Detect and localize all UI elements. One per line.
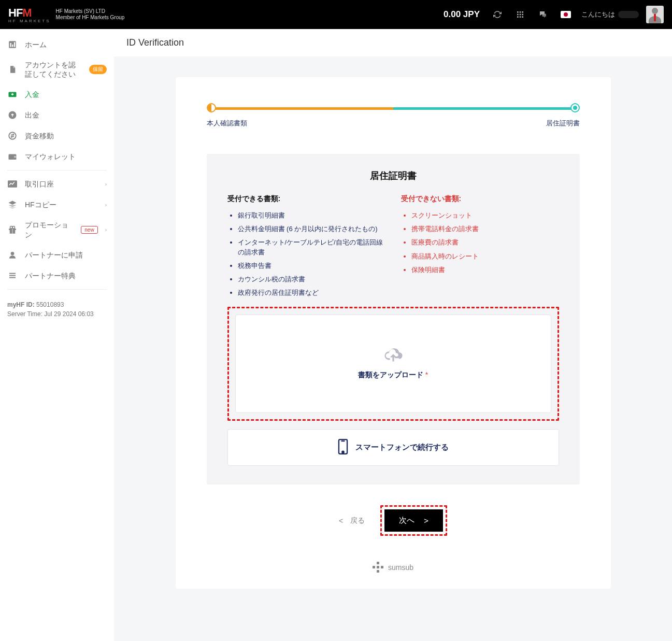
navigation-row: < 戻る 次へ > [207,505,580,536]
home-icon [7,39,18,50]
svg-rect-27 [9,277,16,278]
sidebar-item-label: 取引口座 [25,179,98,189]
sidebar-item-label: パートナー特典 [25,271,107,280]
chat-icon[interactable] [535,6,551,23]
svg-rect-6 [517,16,519,18]
company-name: HF Markets (SV) LTD Member of HF Markets… [56,8,125,21]
accepted-list: 銀行取引明細書 公共料金明細書 (6 か月以内に発行されたもの) インターネット… [227,211,385,297]
logo-text: HFM [8,6,51,20]
svg-point-24 [11,252,15,255]
sidebar-item-home[interactable]: ホーム [0,34,114,55]
apps-icon[interactable] [512,6,528,23]
sumsub-branding: sumsub [207,562,580,573]
svg-rect-10 [10,43,11,47]
withdraw-icon [7,110,18,120]
deposit-icon [7,89,18,99]
transfer-icon [7,131,18,141]
accepted-documents: 受付できる書類: 銀行取引明細書 公共料金明細書 (6 か月以内に発行されたもの… [227,194,385,302]
step-residence: 居住証明書 [546,103,580,128]
sidebar-item-partner-apply[interactable]: パートナーに申請 [0,245,114,265]
list-item: カウンシル税の請求書 [238,275,385,284]
sidebar-item-label: アカウントを認証してください [25,60,82,79]
back-button[interactable]: < 戻る [339,516,365,525]
sidebar-item-withdraw[interactable]: 出金 [0,105,114,125]
cloud-upload-icon [383,348,404,366]
list-item: スクリーンショット [411,211,559,220]
svg-rect-21 [12,229,13,234]
logo-area[interactable]: HFM HF MARKETS HF Markets (SV) LTD Membe… [8,6,124,23]
sidebar-item-verify[interactable]: アカウントを認証してください 保留 [0,55,114,84]
required-star: * [425,371,428,379]
chevron-right-icon: › [105,202,107,208]
greeting-text: こんにちは [581,10,615,19]
chevron-right-icon: > [424,516,428,525]
sidebar-item-label: プロモーション [25,220,74,239]
sidebar-item-label: ホーム [25,40,107,49]
gift-icon [7,225,18,235]
sidebar-item-accounts[interactable]: 取引口座 › [0,174,114,194]
list-item: 保険明細書 [411,265,559,275]
rejected-documents: 受付できない書類: スクリーンショット 携帯電話料金の請求書 医療費の請求書 商… [401,194,559,302]
flag-jp-icon[interactable] [557,6,574,23]
sidebar-item-hfcopy[interactable]: HFコピー › [0,194,114,215]
page-title: ID Verification [114,29,672,56]
list-item: 税務申告書 [238,261,385,270]
main-content: ID Verification 本人確認書類 居住証明書 居住証明書 [114,29,672,641]
avatar[interactable] [646,6,664,23]
wallet-icon [7,151,18,162]
svg-rect-26 [9,275,16,276]
sidebar-item-partner-benefits[interactable]: パートナー特典 [0,265,114,286]
refresh-icon[interactable] [489,6,506,23]
continue-on-phone-button[interactable]: スマートフォンで続行する [227,429,559,466]
sidebar-item-label: HFコピー [25,200,98,209]
sidebar-item-label: 出金 [25,110,107,120]
rejected-title: 受付できない書類: [401,194,559,204]
svg-rect-17 [14,156,17,158]
svg-point-29 [342,451,344,453]
pending-badge: 保留 [89,65,107,74]
svg-rect-5 [522,14,523,16]
svg-rect-7 [520,16,521,18]
step-dot-half-icon [207,103,216,112]
accepted-title: 受付できる書類: [227,194,385,204]
person-icon [7,250,18,260]
smartphone-icon [338,439,348,456]
list-item: 銀行取引明細書 [238,211,385,220]
svg-rect-4 [520,14,521,16]
document-icon [7,64,18,75]
list-item: インターネット/ケーブルテレビ/自宅の電話回線の請求書 [238,238,385,257]
rejected-list: スクリーンショット 携帯電話料金の請求書 医療費の請求書 商品購入時のレシート … [401,211,559,275]
svg-rect-2 [522,11,523,13]
sidebar-item-wallet[interactable]: マイウォレット [0,146,114,167]
sidebar-item-label: マイウォレット [25,152,107,161]
sidebar-footer: myHF ID: 55010893 Server Time: Jul 29 20… [0,293,114,328]
layers-icon [7,200,18,210]
sidebar-item-promotions[interactable]: プロモーション new › [0,215,114,244]
balance-display: 0.00 JPY [444,9,480,20]
sidebar-item-label: パートナーに申請 [25,250,107,260]
svg-point-23 [12,226,15,229]
next-highlight: 次へ > [380,505,447,536]
progress-steps: 本人確認書類 居住証明書 [207,103,580,128]
svg-point-15 [9,133,16,140]
svg-rect-11 [12,45,13,47]
verification-card: 本人確認書類 居住証明書 居住証明書 受付できる書類: 銀行取引明細書 [176,77,611,589]
upload-label: 書類をアップロード [358,371,423,379]
sidebar-item-deposit[interactable]: 入金 [0,84,114,105]
upload-highlight: 書類をアップロード* [227,307,559,421]
username-placeholder [618,11,639,18]
new-badge: new [81,226,97,234]
upload-dropzone[interactable]: 書類をアップロード* [235,315,551,413]
sidebar-item-label: 資金移動 [25,131,107,140]
svg-rect-3 [517,14,519,16]
sidebar-item-transfer[interactable]: 資金移動 [0,125,114,146]
logo-subtext: HF MARKETS [8,19,51,23]
sumsub-icon [373,562,384,573]
step-identity: 本人確認書類 [207,103,247,128]
list-item: 政府発行の居住証明書など [238,288,385,297]
sidebar: ホーム アカウントを認証してください 保留 入金 出金 資金移動 マイウォレット… [0,29,114,641]
top-header: HFM HF MARKETS HF Markets (SV) LTD Membe… [0,0,672,29]
sidebar-divider [7,170,107,170]
next-button[interactable]: 次へ > [384,509,443,532]
svg-rect-12 [14,42,15,47]
